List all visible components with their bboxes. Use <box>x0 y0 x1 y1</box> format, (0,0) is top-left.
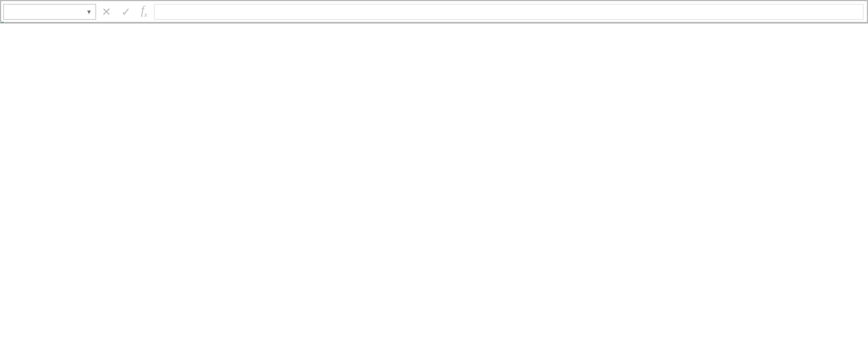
name-box-dropdown-icon[interactable]: ▼ <box>86 8 92 15</box>
formula-bar: ▼ ✕ ✓ fx <box>1 1 867 22</box>
formula-bar-actions: ✕ ✓ fx <box>98 4 151 19</box>
cancel-icon: ✕ <box>102 5 111 19</box>
confirm-icon: ✓ <box>121 5 131 19</box>
name-box[interactable]: ▼ <box>3 4 96 20</box>
fx-icon[interactable]: fx <box>141 4 147 19</box>
formula-input[interactable] <box>154 4 864 20</box>
selection-outline <box>1 22 3 24</box>
